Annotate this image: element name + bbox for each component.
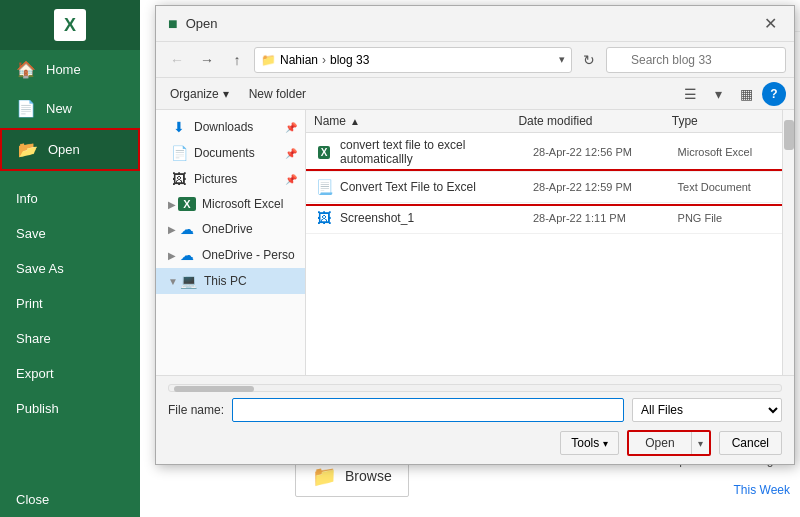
search-input[interactable] <box>606 47 786 73</box>
sidebar-item-share-label: Share <box>16 331 51 346</box>
sidebar-item-share[interactable]: Share <box>0 321 140 356</box>
dialog-bottom: File name: All Files Excel Files Text Fi… <box>156 375 794 464</box>
cancel-button[interactable]: Cancel <box>719 431 782 455</box>
dialog-buttons: Tools ▾ Open ▾ Cancel <box>168 430 782 456</box>
home-icon: 🏠 <box>16 60 36 79</box>
sidebar-item-close[interactable]: Close <box>0 482 140 517</box>
dialog-excel-icon: ■ <box>168 15 178 33</box>
sidebar-item-save-as[interactable]: Save As <box>0 251 140 286</box>
file-type: Text Document <box>678 181 774 193</box>
new-folder-label: New folder <box>249 87 306 101</box>
sidebar-item-publish-label: Publish <box>16 401 59 416</box>
file-list: X convert text file to excel automatical… <box>306 133 782 375</box>
dialog-right-panel: Name ▲ Date modified Type X <box>306 110 782 375</box>
sidebar-item-info[interactable]: Info <box>0 171 140 216</box>
back-button[interactable]: ← <box>164 47 190 73</box>
organize-label: Organize <box>170 87 219 101</box>
search-wrapper: 🔍 <box>606 47 786 73</box>
documents-icon: 📄 <box>170 145 188 161</box>
table-row[interactable]: 🖼 Screenshot_1 28-Apr-22 1:11 PM PNG Fil… <box>306 203 782 234</box>
details-view-button[interactable]: ▦ <box>734 82 758 106</box>
sidebar-item-new[interactable]: 📄 New <box>0 89 140 128</box>
view-dropdown-icon: ▾ <box>715 86 722 102</box>
organize-button[interactable]: Organize ▾ <box>164 85 235 103</box>
table-row[interactable]: 📃 Convert Text File to Excel 28-Apr-22 1… <box>306 172 782 203</box>
view-dropdown-button[interactable]: ▾ <box>706 82 730 106</box>
filename-label: File name: <box>168 403 224 417</box>
png-file-icon: 🖼 <box>314 208 334 228</box>
dialog-body: ⬇ Downloads 📌 📄 Documents 📌 🖼 Pictures 📌 <box>156 110 794 375</box>
left-item-downloads[interactable]: ⬇ Downloads 📌 <box>156 114 305 140</box>
pin-icon: 📌 <box>285 174 297 185</box>
address-sep-1: › <box>322 53 326 67</box>
tools-button[interactable]: Tools ▾ <box>560 431 619 455</box>
up-button[interactable]: ↑ <box>224 47 250 73</box>
name-header-label: Name <box>314 114 346 128</box>
open-button-label: Open <box>645 436 674 450</box>
date-header-label: Date modified <box>518 114 592 128</box>
type-header-label: Type <box>672 114 698 128</box>
sidebar-item-publish[interactable]: Publish <box>0 391 140 426</box>
col-name-header[interactable]: Name ▲ <box>314 114 518 128</box>
address-path-part1: Nahian <box>280 53 318 67</box>
left-item-documents[interactable]: 📄 Documents 📌 <box>156 140 305 166</box>
help-button[interactable]: ? <box>762 82 786 106</box>
sidebar-logo: X <box>0 0 140 50</box>
file-name: Screenshot_1 <box>340 211 533 225</box>
sidebar-item-save[interactable]: Save <box>0 216 140 251</box>
refresh-button[interactable]: ↻ <box>576 47 602 73</box>
list-view-button[interactable]: ☰ <box>678 82 702 106</box>
dialog-title: Open <box>186 16 758 31</box>
horizontal-scrollbar[interactable] <box>168 384 782 392</box>
sidebar-item-open[interactable]: 📂 Open <box>0 128 140 171</box>
h-scrollbar-thumb <box>174 386 254 392</box>
left-item-onedrive-pers[interactable]: ▶ ☁ OneDrive - Perso <box>156 242 305 268</box>
sidebar-item-open-label: Open <box>48 142 80 157</box>
file-name: Convert Text File to Excel <box>340 180 533 194</box>
pictures-label: Pictures <box>194 172 237 186</box>
onedrive-pers-icon: ☁ <box>178 247 196 263</box>
onedrive-icon: ☁ <box>178 221 196 237</box>
col-date-header[interactable]: Date modified <box>518 114 671 128</box>
expand-icon: ▶ <box>168 250 176 261</box>
new-folder-button[interactable]: New folder <box>243 85 312 103</box>
sidebar-item-print-label: Print <box>16 296 43 311</box>
sidebar-item-export-label: Export <box>16 366 54 381</box>
open-button-group: Open ▾ <box>627 430 710 456</box>
address-bar[interactable]: 📁 Nahian › blog 33 ▾ <box>254 47 572 73</box>
refresh-icon: ↻ <box>583 52 595 68</box>
filetype-select[interactable]: All Files Excel Files Text Files <box>632 398 782 422</box>
open-button[interactable]: Open <box>629 432 691 454</box>
browse-folder-icon: 📁 <box>312 464 337 488</box>
left-item-onedrive[interactable]: ▶ ☁ OneDrive <box>156 216 305 242</box>
list-view-icon: ☰ <box>684 86 697 102</box>
table-row[interactable]: X convert text file to excel automatical… <box>306 133 782 172</box>
left-item-ms-excel[interactable]: ▶ X Microsoft Excel <box>156 192 305 216</box>
pin-icon: 📌 <box>285 122 297 133</box>
sidebar-item-info-label: Info <box>16 191 38 206</box>
forward-button[interactable]: → <box>194 47 220 73</box>
filename-row: File name: All Files Excel Files Text Fi… <box>168 398 782 422</box>
cancel-label: Cancel <box>732 436 769 450</box>
dialog-left-panel: ⬇ Downloads 📌 📄 Documents 📌 🖼 Pictures 📌 <box>156 110 306 375</box>
help-icon: ? <box>770 87 777 101</box>
dialog-scrollbar[interactable] <box>782 110 794 375</box>
pictures-icon: 🖼 <box>170 171 188 187</box>
onedrive-pers-label: OneDrive - Perso <box>202 248 295 262</box>
up-icon: ↑ <box>234 52 241 68</box>
open-dropdown-button[interactable]: ▾ <box>692 432 709 454</box>
sidebar-item-export[interactable]: Export <box>0 356 140 391</box>
sidebar-item-print[interactable]: Print <box>0 286 140 321</box>
dialog-titlebar: ■ Open ✕ <box>156 6 794 42</box>
dialog-organize-toolbar: Organize ▾ New folder ☰ ▾ ▦ ? <box>156 78 794 110</box>
dialog-close-button[interactable]: ✕ <box>758 12 782 36</box>
filename-input[interactable] <box>232 398 624 422</box>
col-type-header[interactable]: Type <box>672 114 774 128</box>
tools-dropdown-icon: ▾ <box>603 438 608 449</box>
file-name: convert text file to excel automaticalll… <box>340 138 533 166</box>
left-item-this-pc[interactable]: ▼ 💻 This PC <box>156 268 305 294</box>
sidebar-item-home[interactable]: 🏠 Home <box>0 50 140 89</box>
open-icon: 📂 <box>18 140 38 159</box>
left-item-pictures[interactable]: 🖼 Pictures 📌 <box>156 166 305 192</box>
organize-dropdown-icon: ▾ <box>223 87 229 101</box>
